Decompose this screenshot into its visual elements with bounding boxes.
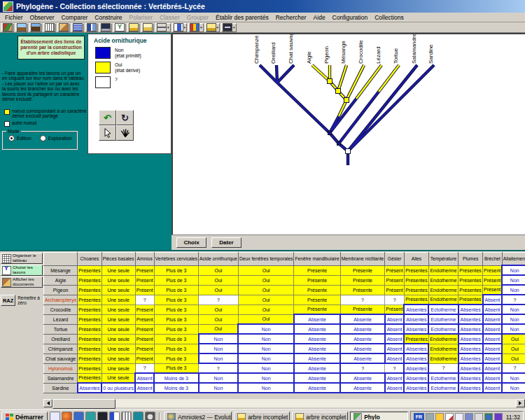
character-cell[interactable]: Absent xyxy=(385,373,405,383)
toolbar-button-colored-chart-icon[interactable]: ▾ xyxy=(188,23,204,32)
character-cell[interactable]: Non xyxy=(502,314,525,324)
toolbar-button-photo-pair-icon[interactable] xyxy=(29,23,42,32)
pointer-tool-button[interactable] xyxy=(99,125,116,141)
character-cell[interactable]: Présente xyxy=(294,295,340,304)
task-button-arbre-incomplet[interactable]: arbre incomplet xyxy=(234,412,290,420)
character-cell[interactable]: Absente xyxy=(340,334,385,344)
character-cell[interactable]: Endotherme xyxy=(428,354,458,363)
character-cell[interactable]: Présentes xyxy=(78,275,102,285)
character-cell[interactable]: Présentes xyxy=(404,275,428,285)
character-cell[interactable]: Absent xyxy=(483,383,503,393)
character-cell[interactable]: Absentes xyxy=(404,344,428,354)
character-cell[interactable]: Présentes xyxy=(78,295,102,304)
choix-button[interactable]: Choix xyxy=(176,237,206,248)
dropdown-arrow-icon[interactable]: ▾ xyxy=(200,26,202,29)
taxon-row-header-sardine[interactable]: Sardine xyxy=(44,383,78,393)
character-cell[interactable]: Absent xyxy=(483,324,503,334)
character-cell[interactable]: Absentes xyxy=(458,363,483,373)
character-cell[interactable]: Présente xyxy=(340,275,385,285)
dropdown-arrow-icon[interactable]: ▾ xyxy=(233,26,235,29)
character-cell[interactable]: Présentes xyxy=(78,285,102,295)
character-cell[interactable]: Oui xyxy=(502,344,525,354)
app-shortcut-icon-7[interactable] xyxy=(121,412,132,420)
taxon-row-header-tortue[interactable]: Tortue xyxy=(44,324,78,334)
character-cell[interactable]: Ectotherme xyxy=(428,383,458,393)
character-cell[interactable]: Présente xyxy=(340,265,385,275)
character-cell[interactable]: Absente xyxy=(294,314,340,324)
character-cell[interactable]: Plus de 3 xyxy=(154,354,198,363)
toolbar-button-printer-icon[interactable]: ▾ xyxy=(155,23,171,32)
character-cell[interactable]: Présentes xyxy=(458,265,483,275)
character-cell[interactable]: Absentes xyxy=(458,304,483,314)
taxon-row-header-oreillard[interactable]: Oreillard xyxy=(44,334,78,344)
character-cell[interactable]: Non xyxy=(502,285,525,295)
taxon-label-sardine[interactable]: Sardine xyxy=(428,44,434,64)
app-shortcut-icon-1[interactable] xyxy=(50,412,60,420)
character-cell[interactable]: Endotherme xyxy=(428,285,458,295)
character-cell[interactable]: Une seule xyxy=(102,265,135,275)
character-cell[interactable]: Présentes xyxy=(78,344,102,354)
character-cell[interactable]: Oui xyxy=(199,265,239,275)
character-cell[interactable]: Une seule xyxy=(102,295,135,304)
character-cell[interactable]: Absent xyxy=(385,324,405,334)
taxon-row-header-crocodile[interactable]: Crocodile xyxy=(44,304,78,314)
character-cell[interactable]: ? xyxy=(428,363,458,373)
character-cell[interactable]: Présent xyxy=(135,304,154,314)
character-cell[interactable]: Ectotherme xyxy=(428,324,458,334)
character-cell[interactable]: Absent xyxy=(483,314,503,324)
character-cell[interactable]: Absentes xyxy=(458,383,483,393)
column-header-amnios[interactable]: Amnios xyxy=(135,253,154,266)
column-header-allaitement[interactable]: Allaitement xyxy=(502,253,525,266)
column-header-ailes[interactable]: Ailes xyxy=(404,253,428,266)
taxon-row-header-chimpanz[interactable]: Chimpanzé xyxy=(44,344,78,354)
character-cell[interactable]: Oui xyxy=(502,334,525,344)
character-cell[interactable]: Absent xyxy=(483,373,503,383)
character-cell[interactable]: ? xyxy=(199,363,239,373)
menu-item-polariser[interactable]: Polariser xyxy=(126,14,157,21)
character-cell[interactable]: Absentes xyxy=(458,354,483,363)
character-cell[interactable]: Absente xyxy=(294,324,340,334)
column-header-temp-rature[interactable]: Température xyxy=(428,253,458,266)
character-cell[interactable]: ? xyxy=(199,295,239,304)
character-cell[interactable]: Absent xyxy=(483,304,503,314)
character-cell[interactable]: Non xyxy=(238,324,294,334)
character-cell[interactable]: Présente xyxy=(294,304,340,314)
toolbar-button-open-folder-icon[interactable] xyxy=(127,23,140,32)
character-cell[interactable]: Absent xyxy=(135,383,154,393)
character-cell[interactable]: Non xyxy=(238,373,294,383)
character-cell[interactable]: Présente xyxy=(340,285,385,295)
tray-icon-6[interactable] xyxy=(475,413,483,420)
character-cell[interactable]: Oui xyxy=(199,304,239,314)
character-cell[interactable]: Ectotherme xyxy=(428,373,458,383)
character-cell[interactable]: Ectotherme xyxy=(428,304,458,314)
character-cell[interactable]: Présentes xyxy=(458,275,483,285)
dropdown-arrow-icon[interactable]: ▾ xyxy=(184,26,186,29)
character-cell[interactable]: Oui xyxy=(199,275,239,285)
dater-button[interactable]: Dater xyxy=(211,237,241,248)
character-cell[interactable]: Ectotherme xyxy=(428,314,458,324)
column-header-g-sier[interactable]: Gésier xyxy=(385,253,405,266)
rotate-button[interactable]: ↻ xyxy=(116,110,134,125)
app-shortcut-icon-9[interactable] xyxy=(145,412,155,420)
column-header-fen-tre-mandibulaire[interactable]: Fenêtre mandibulaire xyxy=(294,253,340,266)
column-header-br-chet[interactable]: Bréchet xyxy=(483,253,503,266)
taxon-label-m-sange[interactable]: Mésange xyxy=(340,41,346,64)
character-cell[interactable]: Absente xyxy=(340,383,385,393)
character-cell[interactable]: Plus de 3 xyxy=(154,295,198,304)
character-cell[interactable]: Endotherme xyxy=(428,295,458,304)
character-cell[interactable]: Présent xyxy=(135,324,154,334)
toolbar-button-screen-icon[interactable] xyxy=(99,23,112,32)
character-cell[interactable]: Oui xyxy=(238,304,294,314)
menu-item-classer[interactable]: Classer xyxy=(156,14,183,21)
character-cell[interactable]: Une seule xyxy=(102,334,135,344)
character-cell[interactable]: Présent xyxy=(135,275,154,285)
taxon-label-oreillard[interactable]: Oreillard xyxy=(270,43,276,64)
character-cell[interactable]: Absent xyxy=(135,373,154,383)
character-cell[interactable]: ? xyxy=(502,295,525,304)
character-cell[interactable]: Présentes xyxy=(78,373,102,383)
yellow-node-marker[interactable] xyxy=(336,89,341,94)
taxon-label-aigle[interactable]: Aigle xyxy=(306,51,312,64)
toolbar-button-portrait-icon[interactable] xyxy=(57,23,70,32)
toolbar-button-split-window-icon[interactable] xyxy=(85,23,98,32)
character-cell[interactable]: Plus de 3 xyxy=(154,324,198,334)
